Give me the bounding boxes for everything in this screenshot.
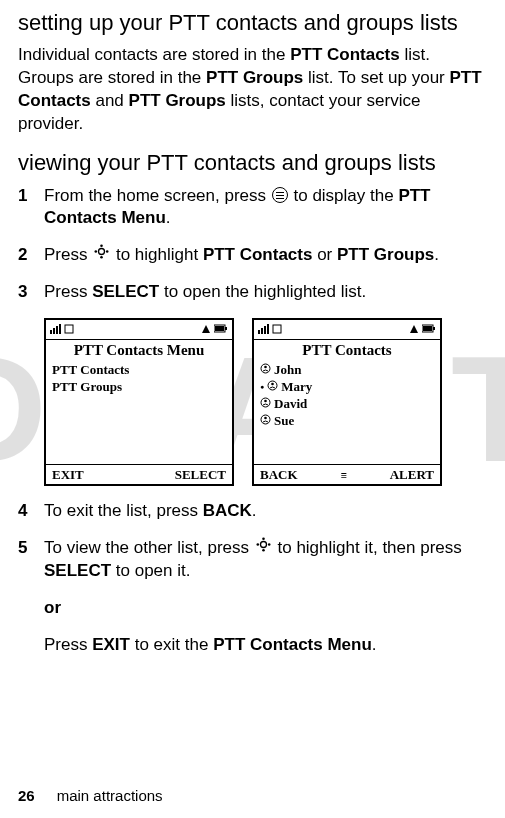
status-icon <box>64 324 74 336</box>
phone-screen-contacts: PTT Contacts John ●Mary David Sue BACK ≡… <box>252 318 442 486</box>
text: to display the <box>289 186 399 205</box>
bold-ptt-contacts: PTT Contacts <box>290 45 400 64</box>
softkey-right: SELECT <box>175 467 226 483</box>
step-4: 4 To exit the list, press BACK. <box>18 500 487 523</box>
svg-point-27 <box>261 415 270 424</box>
text: . <box>252 501 257 520</box>
bold-ptt-groups-2: PTT Groups <box>129 91 226 110</box>
page-number: 26 <box>18 787 35 804</box>
step-number: 1 <box>18 185 44 231</box>
step-number: 5 <box>18 537 44 583</box>
text: To view the other list, press <box>44 538 254 557</box>
steps-list-continued: 4 To exit the list, press BACK. 5 To vie… <box>18 500 487 583</box>
text: . <box>372 635 377 654</box>
phone-screenshots: PTT Contacts Menu PTT Contacts PTT Group… <box>44 318 487 486</box>
svg-point-32 <box>256 544 259 547</box>
svg-rect-5 <box>50 330 52 334</box>
bold-select: SELECT <box>92 282 159 301</box>
contact-icon <box>267 379 278 396</box>
text: . <box>166 208 171 227</box>
list-item: Sue <box>260 413 434 430</box>
status-icon <box>272 324 282 336</box>
svg-rect-12 <box>225 327 227 330</box>
page-footer: 26main attractions <box>18 787 163 804</box>
contact-icon <box>260 413 271 430</box>
signal-icon <box>258 324 269 336</box>
svg-point-25 <box>261 398 270 407</box>
svg-rect-6 <box>53 328 55 334</box>
text: or <box>312 245 337 264</box>
contact-icon <box>260 362 271 379</box>
svg-point-23 <box>268 381 277 390</box>
softkey-middle-icon: ≡ <box>340 469 346 481</box>
contact-icon <box>260 396 271 413</box>
step-number: 3 <box>18 281 44 304</box>
status-icon <box>409 324 419 336</box>
intro-paragraph: Individual contacts are stored in the PT… <box>18 44 487 136</box>
status-bar <box>254 320 440 340</box>
svg-rect-13 <box>258 330 260 334</box>
step-number: 2 <box>18 244 44 267</box>
or-label: or <box>44 598 61 617</box>
svg-rect-11 <box>215 326 224 331</box>
screen-title: PTT Contacts <box>254 340 440 360</box>
bold-back: BACK <box>203 501 252 520</box>
text: to open it. <box>111 561 190 580</box>
svg-point-29 <box>260 542 266 548</box>
softkey-left: EXIT <box>52 467 84 483</box>
contact-name: Sue <box>274 413 294 430</box>
status-icon <box>201 324 211 336</box>
text: From the home screen, press <box>44 186 271 205</box>
step-number: 4 <box>18 500 44 523</box>
svg-point-0 <box>99 249 105 255</box>
nav-key-icon <box>94 243 109 266</box>
svg-point-30 <box>262 538 265 541</box>
list-item: David <box>260 396 434 413</box>
svg-rect-20 <box>433 327 435 330</box>
bold-ptt-contacts: PTT Contacts <box>203 245 313 264</box>
svg-point-3 <box>95 251 98 254</box>
screen-body: PTT Contacts PTT Groups <box>46 360 232 464</box>
text: Press <box>44 245 92 264</box>
svg-point-2 <box>100 256 103 259</box>
text: Individual contacts are stored in the <box>18 45 290 64</box>
screen-title: PTT Contacts Menu <box>46 340 232 360</box>
list-item: PTT Groups <box>52 379 226 396</box>
svg-rect-14 <box>261 328 263 334</box>
svg-point-21 <box>261 364 270 373</box>
signal-icon <box>50 324 61 336</box>
section-name: main attractions <box>57 787 163 804</box>
svg-rect-9 <box>65 325 73 333</box>
steps-list: 1 From the home screen, press to display… <box>18 185 487 305</box>
list-item: PTT Contacts <box>52 362 226 379</box>
exit-instruction: Press EXIT to exit the PTT Contacts Menu… <box>18 634 487 657</box>
svg-point-22 <box>264 366 267 369</box>
battery-icon <box>422 324 436 335</box>
heading-viewing: viewing your PTT contacts and groups lis… <box>18 150 487 176</box>
svg-point-24 <box>271 383 274 386</box>
text: To exit the list, press <box>44 501 203 520</box>
contact-name: David <box>274 396 307 413</box>
nav-key-icon <box>256 536 271 559</box>
contact-name: Mary <box>281 379 312 396</box>
svg-rect-19 <box>423 326 432 331</box>
step-2: 2 Press to highlight PTT Contacts or PTT… <box>18 244 487 267</box>
svg-point-33 <box>268 544 271 547</box>
text: list. To set up your <box>303 68 449 87</box>
svg-point-28 <box>264 417 267 420</box>
svg-rect-15 <box>264 326 266 334</box>
step-1: 1 From the home screen, press to display… <box>18 185 487 231</box>
svg-rect-16 <box>267 324 269 334</box>
softkey-right: ALERT <box>390 467 434 483</box>
svg-rect-8 <box>59 324 61 334</box>
bold-ptt-groups: PTT Groups <box>337 245 434 264</box>
svg-point-26 <box>264 400 267 403</box>
contact-name: John <box>274 362 301 379</box>
bold-ptt-contacts-menu: PTT Contacts Menu <box>213 635 372 654</box>
text: to highlight <box>111 245 203 264</box>
or-separator: or <box>18 597 487 620</box>
text: Press <box>44 282 92 301</box>
screen-body: John ●Mary David Sue <box>254 360 440 464</box>
bold-ptt-groups: PTT Groups <box>206 68 303 87</box>
status-bar <box>46 320 232 340</box>
